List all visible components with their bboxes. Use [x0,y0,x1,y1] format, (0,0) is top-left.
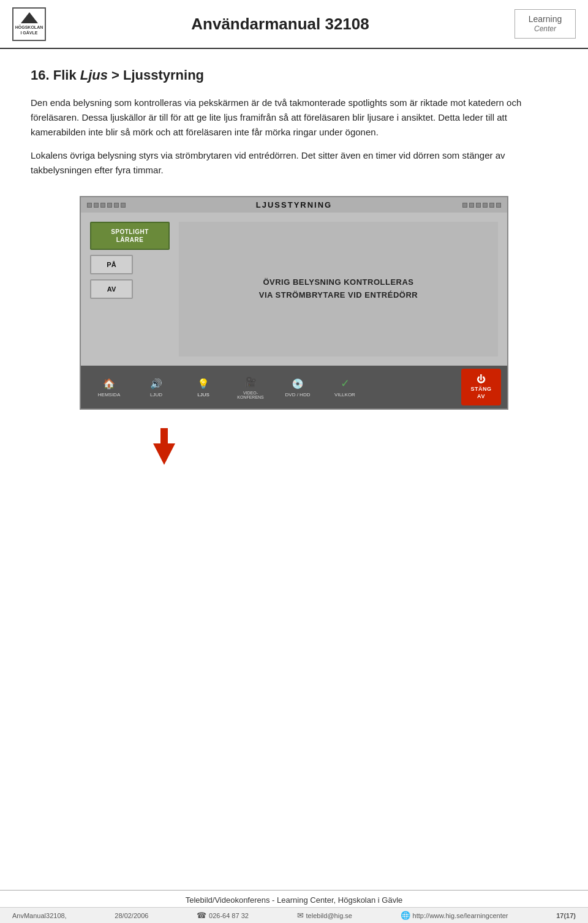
learning-center-logo: Learning Center [514,9,576,39]
footer-phone-text: 026-64 87 32 [209,912,249,919]
footer-date: 28/02/2006 [115,912,148,919]
nav-label-villkor: VILLKOR [334,392,355,397]
nav-item-hemsida[interactable]: 🏠 HEMSIDA [87,374,131,400]
email-icon: ✉ [297,911,304,920]
ui-top-bar: LJUSSTYRNING [81,197,507,213]
paragraph-2: Lokalens övriga belysning styrs via strö… [31,148,557,178]
section-title-suffix: > Ljusstyrning [108,67,204,83]
stang-av-icon: ⏻ [467,374,495,385]
section-heading: 16. Flik Ljus > Ljusstyrning [31,67,557,83]
nav-item-videokonferens[interactable]: 🎥 VIDEO-KONFERENS [228,372,273,402]
ui-center-line2: VIA STRÖMBRYTARE VID ENTRÉDÖRR [259,290,418,300]
av-button[interactable]: AV [90,279,133,299]
main-content: 16. Flik Ljus > Ljusstyrning Den enda be… [0,49,588,477]
ui-dot-r6 [496,203,501,208]
nav-item-dvd[interactable]: 💿 DVD / HDD [276,374,320,400]
ui-nav-bar: 🏠 HEMSIDA 🔊 LJUD 💡 LJUS 🎥 VIDEO-KONFEREN… [81,366,507,409]
footer-web-text: http://www.hig.se/learningcenter [413,912,508,919]
red-arrow-composite [153,428,175,465]
lc-top-text: Learning [521,13,569,24]
page-header: HÖGSKOLAN I GÄVLE Användarmanual 32108 L… [0,0,588,49]
nav-label-ljud: LJUD [150,392,162,397]
section-number: 16. [31,67,50,83]
arrow-container [31,428,557,465]
ui-screenshot: LJUSSTYRNING SPOTLIGHTLÄRARE PÅ AV [80,196,508,410]
nav-item-ljus[interactable]: 💡 LJUS [181,374,225,400]
ui-dot-r1 [462,203,467,208]
spotlight-button[interactable]: SPOTLIGHTLÄRARE [90,222,170,250]
school-logo: HÖGSKOLAN I GÄVLE [12,7,46,41]
ljud-icon: 🔊 [148,376,165,391]
nav-label-videokonferens: VIDEO-KONFERENS [237,391,264,399]
paragraph-1: Den enda belysning som kontrolleras via … [31,96,557,140]
logo-text-line1: HÖGSKOLAN [15,25,43,30]
section-title-prefix: Flik [53,67,80,83]
logo-area: HÖGSKOLAN I GÄVLE [12,7,46,41]
ui-dot-5 [114,203,119,208]
ui-dot-r3 [476,203,481,208]
phone-icon: ☎ [197,911,206,920]
footer-phone: ☎ 026-64 87 32 [197,911,249,920]
footer-date-text: 28/02/2006 [115,912,148,919]
footer-main-text: Telebild/Videokonferens - Learning Cente… [0,891,588,907]
ui-center-message: ÖVRIG BELYSNING KONTROLLERAS VIA STRÖMBR… [259,276,418,302]
footer-email-text: telebild@hig.se [306,912,352,919]
footer-page-number: 17(17) [556,912,576,919]
footer-filename-text: AnvManual32108, [12,912,67,919]
arrow-shaft [160,428,168,443]
logo-text-line2: I GÄVLE [20,31,37,36]
ui-dot-1 [87,203,92,208]
pa-button-label: PÅ [107,261,116,268]
stang-av-button[interactable]: ⏻ STÄNGAV [461,369,501,405]
ljus-icon: 💡 [195,376,212,391]
section-title-italic: Ljus [80,67,108,83]
stang-av-label: STÄNGAV [471,386,492,399]
web-icon: 🌐 [401,911,410,920]
ui-dot-6 [121,203,126,208]
ui-dot-2 [94,203,99,208]
ui-center-line1: ÖVRIG BELYSNING KONTROLLERAS [263,277,413,287]
footer-web: 🌐 http://www.hig.se/learningcenter [401,911,508,920]
villkor-icon: ✓ [336,376,353,391]
page-footer: Telebild/Videokonferens - Learning Cente… [0,890,588,923]
footer-page-text: 17(17) [556,912,576,919]
nav-item-ljud[interactable]: 🔊 LJUD [134,374,178,400]
spotlight-button-label: SPOTLIGHTLÄRARE [111,228,149,243]
ui-right-panel: ÖVRIG BELYSNING KONTROLLERAS VIA STRÖMBR… [179,222,498,356]
ui-left-panel: SPOTLIGHTLÄRARE PÅ AV [90,222,170,356]
footer-bottom-bar: AnvManual32108, 28/02/2006 ☎ 026-64 87 3… [0,907,588,923]
nav-item-villkor[interactable]: ✓ VILLKOR [323,374,367,400]
pa-button[interactable]: PÅ [90,255,133,274]
logo-triangle [21,12,38,23]
ui-dots-left [87,203,126,208]
ui-body: SPOTLIGHTLÄRARE PÅ AV ÖVRIG BELYSNING KO… [81,213,507,366]
nav-label-ljus: LJUS [197,392,209,397]
ui-dot-3 [100,203,105,208]
ui-dot-4 [107,203,112,208]
dvd-icon: 💿 [289,376,306,391]
ui-dot-r4 [483,203,488,208]
lc-bottom-text: Center [521,24,569,34]
ui-dot-r2 [469,203,474,208]
ui-dots-right [462,203,501,208]
ui-dot-r5 [489,203,494,208]
arrow-head [153,443,175,465]
nav-label-dvd: DVD / HDD [285,392,311,397]
footer-email: ✉ telebild@hig.se [297,911,352,920]
footer-filename: AnvManual32108, [12,912,67,919]
document-title: Användarmanual 32108 [46,15,514,34]
nav-label-hemsida: HEMSIDA [98,392,120,397]
av-button-label: AV [107,285,116,293]
ui-panel-title: LJUSSTYRNING [126,200,462,209]
hemsida-icon: 🏠 [100,376,118,391]
videokonferens-icon: 🎥 [242,375,259,390]
